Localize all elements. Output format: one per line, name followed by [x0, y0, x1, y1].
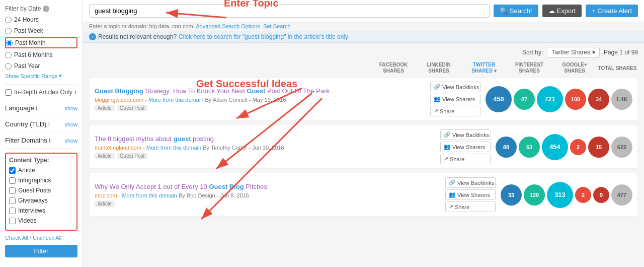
- column-headers: FACEBOOKSHARES LINKEDINSHARES TWITTERSHA…: [89, 62, 638, 74]
- filter-by-date-label: Filter by Date i: [5, 5, 77, 12]
- share-icon: ↗: [434, 108, 438, 114]
- sharers-icon: 👥: [444, 144, 451, 150]
- table-row: Why We Only Accept 1 out of Every 10 Gue…: [89, 173, 638, 217]
- facebook-circle: 33: [501, 184, 522, 206]
- chevron-down-icon: ▾: [592, 49, 595, 56]
- set-search-link[interactable]: Set Search: [263, 23, 290, 29]
- article-title-before: The 8 biggest myths about: [95, 135, 174, 143]
- sort-bar: Sort by: Twitter Shares ▾ Page 1 of 99: [89, 47, 638, 58]
- sharers-icon: 👥: [449, 191, 456, 198]
- googleplus-circle: 9: [593, 187, 609, 203]
- info-icon: i: [89, 33, 96, 40]
- create-alert-button[interactable]: + Create Alert: [586, 5, 638, 17]
- content-type-box: Content Type: Article Infographics Guest…: [5, 153, 77, 231]
- view-backlinks-button[interactable]: 🔗 View Backlinks: [445, 177, 496, 188]
- linkedin-circle: 63: [519, 137, 540, 158]
- article-title-after: Post Out Of The Park: [265, 87, 330, 95]
- divider-1: [5, 84, 77, 85]
- sub-hint: Enter a topic or domain: big data, cnn.c…: [83, 22, 644, 31]
- checkbox-infographics[interactable]: Infographics: [9, 176, 73, 184]
- advanced-search-link[interactable]: Advanced Search Options: [196, 23, 260, 29]
- page-indicator: Page 1 of 99: [604, 49, 638, 56]
- language-show-link[interactable]: show: [64, 105, 77, 111]
- filter-domains-show-link[interactable]: show: [64, 138, 77, 144]
- radio-past-6-months[interactable]: Past 6 Months: [5, 50, 77, 59]
- divider-5: [5, 148, 77, 149]
- article-meta: moz.com - More from this domain By Bop D…: [95, 192, 440, 198]
- sort-dropdown[interactable]: Twitter Shares ▾: [547, 47, 600, 58]
- article-actions: 🔗 View Backlinks 👥 View Sharers ↗ Share: [440, 129, 491, 164]
- article-link[interactable]: Why We Only Accept 1 out of Every 10 Gue…: [95, 183, 267, 190]
- country-show-link[interactable]: show: [64, 121, 77, 127]
- in-depth-info-icon: i: [75, 89, 76, 96]
- view-sharers-button[interactable]: 👥 View Sharers: [440, 142, 491, 152]
- article-actions: 🔗 View Backlinks 👥 View Sharers ↗ Share: [445, 177, 496, 212]
- radio-24h[interactable]: 24 Hours: [5, 15, 77, 24]
- show-specific-range[interactable]: Show Specific Range ▾: [5, 73, 77, 79]
- sidebar: Filter by Date i 24 Hours Past Week Past…: [0, 0, 83, 267]
- backlinks-icon: 🔗: [449, 179, 456, 186]
- article-domain: moz.com: [95, 192, 117, 198]
- total-circle: 622: [611, 137, 632, 158]
- hint-link[interactable]: Click here to search for "guest blogging…: [179, 33, 348, 40]
- article-link[interactable]: Guest Blogging Strategy: How To Knock Yo…: [95, 87, 330, 95]
- article-title-highlight: guest: [174, 135, 191, 143]
- checkbox-giveaways[interactable]: Giveaways: [9, 196, 73, 205]
- view-sharers-button[interactable]: 👥 View Sharers: [430, 94, 480, 104]
- article-title: Why We Only Accept 1 out of Every 10 Gue…: [95, 182, 440, 191]
- filter-domains-section: Filter Domains i show: [5, 137, 77, 144]
- filter-button[interactable]: Filter: [5, 245, 77, 257]
- check-all-link[interactable]: Check All / Uncheck All: [5, 235, 77, 241]
- share-button[interactable]: ↗ Share: [430, 106, 480, 116]
- article-domain-more: More from this domain: [146, 145, 201, 151]
- checkbox-interviews[interactable]: Interviews: [9, 207, 73, 215]
- pinterest-circle: 100: [565, 89, 586, 110]
- checkbox-videos[interactable]: Videos: [9, 217, 73, 225]
- tag-guest-post: Guest Post: [117, 153, 147, 159]
- radio-past-week[interactable]: Past Week: [5, 26, 77, 35]
- language-label: Language i: [5, 104, 37, 112]
- checkbox-guest-posts[interactable]: Guest Posts: [9, 186, 73, 194]
- facebook-circle: 88: [496, 137, 517, 158]
- view-sharers-button[interactable]: 👥 View Sharers: [445, 189, 496, 200]
- radio-past-year[interactable]: Past Year: [5, 61, 77, 71]
- pinterest-circle: 2: [575, 187, 591, 203]
- main-content: 🔍 Search! ☁ Export + Create Alert Enter …: [83, 0, 644, 267]
- radio-past-month[interactable]: Past Month: [5, 37, 77, 48]
- search-button[interactable]: 🔍 Search!: [494, 5, 538, 17]
- country-label: Country (TLD) i: [5, 120, 50, 128]
- tag-article: Article: [95, 105, 115, 111]
- view-backlinks-button[interactable]: 🔗 View Backlinks: [440, 129, 491, 140]
- tag-guest-post: Guest Post: [117, 105, 147, 111]
- googleplus-circle: 34: [588, 89, 609, 110]
- share-icon: ↗: [449, 204, 453, 210]
- table-row: Guest Blogging Strategy: How To Knock Yo…: [89, 77, 638, 121]
- in-depth-articles[interactable]: In-Depth Articles Only i: [5, 89, 77, 96]
- article-meta: bloggingwizard.com - More from this doma…: [95, 97, 425, 103]
- filter-domains-info-icon: i: [49, 137, 50, 144]
- top-bar: 🔍 Search! ☁ Export + Create Alert Enter …: [83, 0, 644, 22]
- view-backlinks-button[interactable]: 🔗 View Backlinks: [430, 82, 480, 92]
- article-title-highlight2: Guest: [247, 87, 265, 95]
- sort-label: Sort by:: [522, 49, 543, 56]
- language-info-icon: i: [36, 104, 37, 112]
- twitter-circle: 454: [542, 134, 568, 160]
- article-title-highlight: Guest Blog: [209, 183, 244, 190]
- total-circle: 1.4K: [611, 89, 632, 110]
- article-link[interactable]: The 8 biggest myths about guest posting: [95, 135, 214, 143]
- linkedin-circle: 87: [514, 89, 535, 110]
- share-button[interactable]: ↗ Share: [440, 154, 491, 164]
- export-button[interactable]: ☁ Export: [542, 5, 582, 17]
- article-domain-more: More from this domain: [122, 192, 177, 198]
- sharers-icon: 👥: [434, 96, 441, 102]
- chevron-down-icon: ▾: [59, 73, 62, 79]
- article-title-after: posting: [191, 135, 214, 143]
- checkbox-article[interactable]: Article: [9, 166, 73, 174]
- article-title-main: Strategy: How To Knock Your Next: [143, 87, 247, 95]
- filter-date-info-icon: i: [43, 6, 49, 12]
- article-domain: marketingland.com: [95, 145, 141, 151]
- share-button[interactable]: ↗ Share: [445, 202, 496, 212]
- article-title: Guest Blogging Strategy: How To Knock Yo…: [95, 87, 425, 96]
- search-input[interactable]: [89, 4, 490, 18]
- share-circles: 33 120 313 2 9 477: [501, 182, 632, 208]
